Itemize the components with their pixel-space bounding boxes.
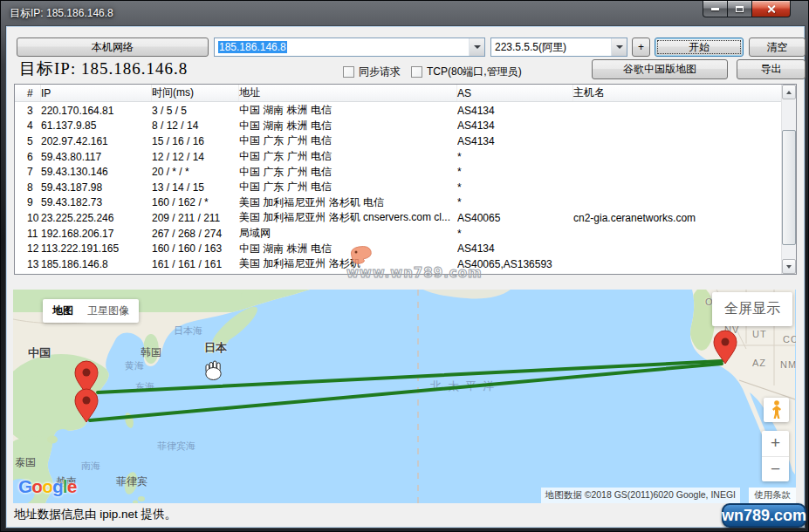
cell-time: 15 / 16 / 16 <box>152 135 239 147</box>
map-type-map-button[interactable]: 地图 <box>52 304 73 318</box>
cell-addr: 美国 加利福尼亚州 洛杉矶 cnservers.com cl... <box>239 210 457 225</box>
scrollbar-thumb[interactable] <box>782 130 796 245</box>
column-header-0[interactable]: # <box>15 85 41 101</box>
map-label: 韩国 <box>141 345 161 360</box>
clear-button[interactable]: 清空 <box>749 38 806 57</box>
start-button[interactable]: 开始 <box>655 38 744 57</box>
column-header-1[interactable]: IP <box>41 85 152 101</box>
export-button[interactable]: 导出 <box>737 59 806 79</box>
minimize-icon <box>711 8 719 10</box>
google-logo-letter: o <box>42 476 52 496</box>
map-type-control: 地图 卫星图像 <box>43 299 139 323</box>
cell-num: 11 <box>15 228 41 240</box>
maximize-icon <box>736 6 744 12</box>
map-label: 东海 <box>135 380 154 393</box>
column-header-4[interactable]: AS <box>457 85 573 101</box>
pegman-button[interactable] <box>764 398 789 422</box>
cell-num: 3 <box>15 105 41 117</box>
map-label: 中国 <box>28 345 51 361</box>
add-dns-button[interactable]: + <box>632 38 650 57</box>
table-row[interactable]: 959.43.182.73160 / 162 / *美国 加利福尼亚州 洛杉矶 … <box>15 195 781 211</box>
vertical-scrollbar[interactable] <box>781 85 796 274</box>
table-row[interactable]: 3220.170.164.813 / 5 / 5中国 湖南 株洲 电信AS413… <box>15 103 781 119</box>
cell-ip: 59.43.80.117 <box>41 151 152 163</box>
target-ip-input[interactable]: 185.186.146.8 <box>214 38 485 57</box>
map-label: 菲律宾 <box>116 474 147 489</box>
cell-as: AS4134 <box>457 105 573 117</box>
export-label: 导出 <box>761 62 782 77</box>
cell-num: 13 <box>15 258 41 270</box>
fullscreen-button[interactable]: 全屏显示 <box>712 292 792 326</box>
sync-request-label: 同步请求 <box>359 65 401 79</box>
cell-time: 160 / 162 / * <box>152 196 239 208</box>
cell-time: 161 / 161 / 161 <box>152 258 239 270</box>
cell-ip: 23.225.225.246 <box>41 212 152 224</box>
scroll-up-button[interactable] <box>782 85 796 99</box>
status-text: 地址数据信息由 ipip.net 提供。 <box>14 507 176 522</box>
column-header-2[interactable]: 时间(ms) <box>152 85 239 101</box>
cell-ip: 185.186.146.8 <box>41 258 152 270</box>
cell-ip: 113.222.191.165 <box>41 242 152 255</box>
map-label: AZ <box>752 358 766 368</box>
google-logo[interactable]: Google <box>18 476 76 497</box>
column-header-3[interactable]: 地址 <box>239 85 457 101</box>
title-bar[interactable]: 目标IP: 185.186.146.8 <box>1 1 808 25</box>
cell-ip: 202.97.42.161 <box>41 135 152 147</box>
maximize-button[interactable] <box>728 1 751 17</box>
site-badge: wn789.com <box>722 503 806 528</box>
map-label: 菲律宾海 <box>157 440 195 453</box>
close-button[interactable] <box>751 1 791 17</box>
column-header-5[interactable]: 主机名 <box>573 85 796 101</box>
cell-num: 5 <box>15 135 41 147</box>
cell-addr: 中国 广东 广州 电信 <box>239 149 457 164</box>
table-row[interactable]: 11192.168.206.17267 / 268 / 274局域网* <box>15 226 781 242</box>
chevron-down-icon <box>474 45 481 49</box>
cell-addr: 中国 广东 广州 电信 <box>239 165 457 180</box>
google-logo-letter: o <box>31 476 42 496</box>
map-label: 日本海 <box>174 324 202 338</box>
dns-select[interactable]: 223.5.5.5(阿里) <box>490 38 627 57</box>
window-title: 目标IP: 185.186.146.8 <box>10 6 113 21</box>
map-label: NM <box>780 359 796 370</box>
table-row[interactable]: 461.137.9.858 / 12 / 14中国 湖南 株洲 电信AS4134 <box>15 119 781 134</box>
local-network-button[interactable]: 本机网络 <box>17 38 209 57</box>
scroll-down-button[interactable] <box>782 259 796 274</box>
google-china-map-label: 谷歌中国版地图 <box>623 62 696 77</box>
cell-ip: 61.137.9.85 <box>41 119 152 132</box>
zoom-control: + − <box>762 431 789 481</box>
start-label: 开始 <box>689 40 710 55</box>
arrow-down-icon <box>786 265 792 269</box>
zoom-out-button[interactable]: − <box>762 457 789 482</box>
minimize-button[interactable] <box>703 1 728 17</box>
map-type-satellite-button[interactable]: 卫星图像 <box>87 304 129 318</box>
zoom-in-button[interactable]: + <box>762 431 789 457</box>
cell-addr: 美国 加利福尼亚州 洛杉矶 <box>239 256 457 271</box>
sync-request-checkbox[interactable]: 同步请求 <box>343 65 401 79</box>
table-row[interactable]: 759.43.130.14620 / * / *中国 广东 广州 电信* <box>15 164 781 180</box>
hop-table: #IP时间(ms)地址AS主机名 3220.170.164.813 / 5 / … <box>14 84 797 275</box>
dns-dropdown-button[interactable] <box>611 38 627 56</box>
table-row[interactable]: 659.43.80.11712 / 12 / 14中国 广东 广州 电信* <box>15 149 781 165</box>
cell-num: 10 <box>15 212 41 224</box>
cell-as: * <box>457 181 573 194</box>
terms-link[interactable]: 使用条款 <box>749 488 796 503</box>
google-logo-letter: e <box>67 476 77 496</box>
map-label: 日本 <box>204 340 227 356</box>
table-row[interactable]: 5202.97.42.16115 / 16 / 16中国 广东 广州 电信AS4… <box>15 133 781 149</box>
cell-addr: 中国 广东 广州 电信 <box>239 133 457 148</box>
map-canvas[interactable]: 日本海黄海东海北太平洋菲律宾海南海中国韩国日本泰国越南菲律宾ORNVUTCOAZ… <box>13 290 796 503</box>
cell-as: AS4134 <box>457 242 573 255</box>
table-row[interactable]: 12113.222.191.165160 / 160 / 163中国 湖南 株洲… <box>15 241 781 256</box>
tcp-checkbox[interactable]: TCP(80端口,管理员) <box>411 65 522 79</box>
google-china-map-button[interactable]: 谷歌中国版地图 <box>592 59 728 79</box>
checkbox-icon <box>411 66 422 78</box>
cell-as: AS40065,AS136593 <box>457 258 573 270</box>
table-row[interactable]: 13185.186.146.8161 / 161 / 161美国 加利福尼亚州 … <box>15 256 781 272</box>
table-row[interactable]: 1023.225.225.246209 / 211 / 211美国 加利福尼亚州… <box>15 210 781 226</box>
caption-buttons <box>703 1 791 17</box>
table-row[interactable]: 859.43.187.9813 / 14 / 15中国 广东 广州 电信* <box>15 180 781 195</box>
target-ip-dropdown-button[interactable] <box>469 38 484 56</box>
arrow-up-icon <box>786 91 792 94</box>
cell-time: 267 / 268 / 274 <box>152 228 239 240</box>
cell-time: 13 / 14 / 15 <box>152 181 239 194</box>
